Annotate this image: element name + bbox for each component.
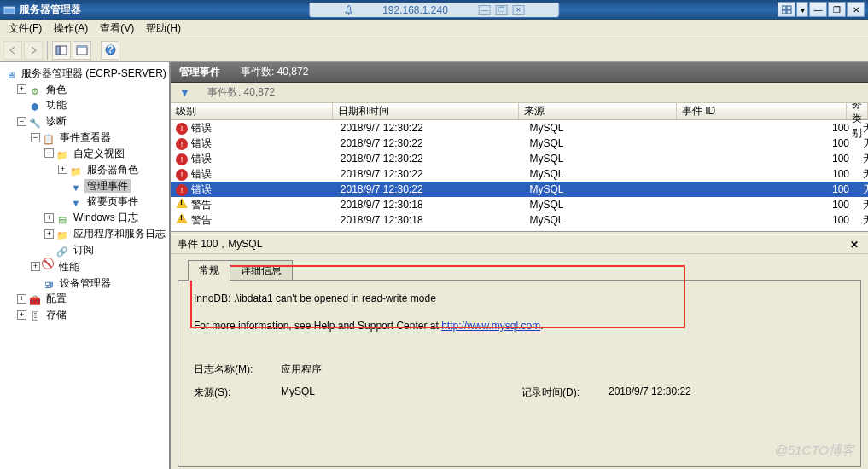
col-header-level[interactable]: 级别 [171,103,333,119]
server-icon: 🖥 [3,67,17,79]
menu-view[interactable]: 查看(V) [95,19,139,38]
grid-header-row: 级别 日期和时间 来源 事件 ID 任务类别 [171,103,868,120]
detail-more-info: For more information, see Help and Suppo… [194,320,845,332]
menu-help[interactable]: 帮助(H) [141,19,186,38]
tree-subscriptions[interactable]: 🔗订阅 [44,241,167,258]
nav-back-button[interactable] [3,41,22,60]
show-hide-tree-button[interactable] [52,41,71,60]
outer-arrange-button[interactable] [778,2,795,17]
tree-performance[interactable]: + 性能 [31,258,167,275]
detail-meta-row: 日志名称(M): 应用程序 [194,362,845,377]
expand-toggle[interactable]: + [44,229,54,239]
svg-rect-2 [782,6,786,9]
tree-roles[interactable]: +⚙角色 [17,81,167,97]
config-icon: 🧰 [28,292,42,304]
tree-custom-views[interactable]: −📁自定义视图 +📁服务器角色 ▼管理事件 ▼摘要页事件 [44,145,167,209]
detail-title-bar: 事件 100，MySQL ✕ [171,235,868,254]
table-row[interactable]: !错误2018/9/7 12:30:22MySQL100无 [171,151,868,166]
expand-toggle[interactable]: + [44,213,54,223]
grid-body[interactable]: !错误2018/9/7 12:30:22MySQL100无!错误2018/9/7… [171,120,868,231]
svg-rect-6 [56,46,60,55]
folder-icon: 📁 [55,228,69,240]
pin-icon[interactable] [343,4,352,16]
tree-app-service-logs[interactable]: +📁应用程序和服务日志 [44,225,167,241]
windows-logs-icon: ▤ [55,211,69,223]
event-grid[interactable]: 级别 日期和时间 来源 事件 ID 任务类别 !错误2018/9/7 12:30… [171,103,868,231]
svg-rect-5 [787,10,791,14]
remote-restore-button[interactable]: ❐ [496,5,508,15]
nav-forward-button[interactable] [24,41,43,60]
nav-tree[interactable]: 🖥服务器管理器 (ECRP-SERVER) +⚙角色 ⬢功能 −🔧诊断 −📋事件… [2,65,167,322]
table-row[interactable]: 警告2018/9/7 12:30:18MySQL100无 [171,197,868,212]
table-row[interactable]: !错误2018/9/7 12:30:22MySQL100无 [171,182,868,197]
table-row[interactable]: 警告2018/9/7 12:30:18MySQL100无 [171,212,868,228]
source-label: 来源(S): [194,385,276,400]
expand-toggle[interactable]: − [44,148,54,158]
outer-close-button[interactable]: ✕ [847,2,865,17]
error-icon: ! [176,123,188,135]
log-name-value: 应用程序 [281,362,392,377]
svg-rect-1 [4,7,15,9]
content-title: 管理事件 [179,65,220,79]
expand-toggle[interactable]: + [31,262,40,271]
filter-count-label: 事件数: [207,86,241,98]
logged-label: 记录时间(D): [521,385,603,400]
device-manager-icon: 🖳 [42,277,55,289]
tree-storage[interactable]: +🗄存储 [17,306,167,322]
col-header-datetime[interactable]: 日期和时间 [333,103,519,119]
tab-details[interactable]: 详细信息 [230,260,293,281]
event-viewer-icon: 📋 [42,131,55,143]
remote-minimize-button[interactable]: — [479,5,491,15]
remote-close-button[interactable]: ✕ [513,5,525,15]
tree-root[interactable]: 🖥服务器管理器 (ECRP-SERVER) +⚙角色 ⬢功能 −🔧诊断 −📋事件… [3,65,167,322]
refresh-button[interactable] [73,41,91,60]
detail-meta-row: 来源(S): MySQL 记录时间(D): 2018/9/7 12:30:22 [194,385,845,400]
col-header-event-id[interactable]: 事件 ID [677,103,847,119]
tab-general[interactable]: 常规 [188,260,230,281]
filter-count-value: 40,872 [244,86,276,98]
expand-toggle[interactable]: + [17,84,26,94]
tree-windows-logs[interactable]: +▤Windows 日志 [44,209,167,225]
filter-icon[interactable]: ▼ [179,86,190,99]
error-icon: ! [176,138,188,150]
folder-icon: 📁 [69,164,83,176]
log-name-label: 日志名称(M): [194,362,276,377]
menu-action[interactable]: 操作(A) [49,19,93,38]
expand-toggle[interactable]: − [17,117,26,126]
detail-tabs: 常规 详细信息 [171,254,868,280]
menu-file[interactable]: 文件(F) [3,19,47,38]
col-header-task[interactable]: 任务类别 [847,103,868,119]
tree-device-manager[interactable]: 🖳设备管理器 [31,275,167,291]
tree-config[interactable]: +🧰配置 [17,291,167,307]
tree-admin-events[interactable]: ▼管理事件 [58,177,167,194]
outer-maximize-button[interactable]: ❐ [828,2,846,17]
tree-pane[interactable]: 🖥服务器管理器 (ECRP-SERVER) +⚙角色 ⬢功能 −🔧诊断 −📋事件… [0,62,171,469]
expand-toggle[interactable]: + [58,165,67,174]
source-value: MySQL [281,385,392,400]
remote-connection-bar[interactable]: 192.168.1.240 — ❐ ✕ [308,3,560,18]
col-header-source[interactable]: 来源 [519,103,677,119]
disabled-icon [42,258,54,269]
expand-toggle[interactable]: + [17,294,26,304]
outer-minimize-button[interactable]: — [809,2,827,17]
tree-summary-events[interactable]: ▼摘要页事件 [58,194,167,210]
app-icon [3,3,16,17]
error-icon: ! [176,153,188,165]
detail-pane: 事件 100，MySQL ✕ 常规 详细信息 InnoDB: .\ibdata1… [171,235,868,469]
table-row[interactable]: !错误2018/9/7 12:30:22MySQL100无 [171,166,868,182]
table-row[interactable]: !错误2018/9/7 12:30:22MySQL100无 [171,120,868,136]
more-info-link[interactable]: http://www.mysql.com [441,320,540,332]
expand-toggle[interactable]: + [17,310,26,320]
workspace: 🖥服务器管理器 (ECRP-SERVER) +⚙角色 ⬢功能 −🔧诊断 −📋事件… [0,62,868,469]
expand-toggle[interactable]: − [31,133,40,142]
tree-features[interactable]: ⬢功能 [17,97,167,113]
detail-close-button[interactable]: ✕ [848,239,861,251]
tree-diagnostics[interactable]: −🔧诊断 −📋事件查看器 −📁自定义视图 +📁服务器角色 ▼管理事件 [17,113,167,290]
table-row[interactable]: !错误2018/9/7 12:30:22MySQL100无 [171,136,868,151]
help-button[interactable]: ? [101,41,119,60]
toolbar: ? [0,38,868,62]
outer-dropdown-button[interactable]: ▾ [796,2,808,17]
tree-event-viewer[interactable]: −📋事件查看器 −📁自定义视图 +📁服务器角色 ▼管理事件 ▼摘要页事件 [31,129,167,258]
event-count-value: 40,872 [277,66,309,78]
tree-server-roles[interactable]: +📁服务器角色 [58,161,167,177]
